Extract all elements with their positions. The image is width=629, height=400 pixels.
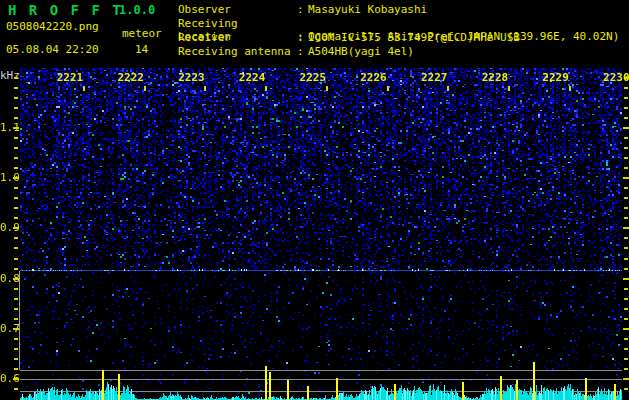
left-freq-tick — [14, 107, 18, 109]
left-freq-tick — [14, 308, 18, 310]
right-freq-tick — [624, 237, 628, 239]
app-title: H R O F F T — [8, 2, 123, 18]
right-freq-tick — [624, 207, 628, 209]
axis-border-line — [19, 271, 20, 370]
output-filename: 0508042220.png — [6, 20, 99, 33]
time-tick — [265, 86, 267, 91]
info-separator: : — [297, 45, 308, 58]
meteor-count: 14 — [135, 43, 148, 56]
left-freq-tick — [14, 167, 18, 169]
right-freq-tick — [624, 147, 628, 149]
right-freq-tick — [624, 298, 628, 300]
left-freq-tick — [14, 338, 18, 340]
freq-tick-label: 0.7 — [0, 322, 13, 335]
left-freq-tick — [14, 298, 18, 300]
right-freq-tick — [624, 117, 628, 119]
time-label: 2223 — [175, 71, 207, 84]
left-freq-tick — [14, 268, 18, 270]
info-separator: : — [297, 31, 308, 44]
freq-tick-label: 1.1 — [0, 121, 13, 134]
right-freq-tick — [624, 107, 628, 109]
time-tick — [447, 86, 449, 91]
info-label: Observer — [178, 3, 297, 16]
left-freq-tick — [14, 77, 18, 79]
right-freq-tick — [624, 308, 628, 310]
right-freq-tick — [624, 348, 628, 350]
time-tick — [83, 86, 85, 91]
freq-unit-label: kHz — [0, 69, 20, 82]
time-label: 2225 — [297, 71, 329, 84]
info-value: Masayuki Kobayashi — [308, 3, 427, 16]
info-separator: : — [297, 3, 308, 16]
info-value: ICOM IC-575 53.7492(@LCD)MHz USB — [308, 31, 520, 44]
right-freq-tick — [624, 268, 628, 270]
left-freq-tick — [14, 258, 18, 260]
time-tick — [387, 86, 389, 91]
right-freq-tick — [624, 388, 628, 390]
time-tick — [569, 86, 571, 91]
right-freq-tick — [623, 177, 629, 179]
left-freq-tick — [14, 187, 18, 189]
time-label: 2224 — [236, 71, 268, 84]
session-datetime: 05.08.04 22:20 — [6, 43, 99, 56]
time-tick — [326, 86, 328, 91]
info-row-receiving-location: Receiving Location:Ogata-vill. Akita-Pre… — [178, 17, 619, 31]
right-freq-tick — [624, 157, 628, 159]
time-label: 2226 — [358, 71, 390, 84]
left-freq-tick — [14, 358, 18, 360]
time-tick — [144, 86, 146, 91]
right-freq-tick — [623, 378, 629, 380]
right-freq-tick — [623, 227, 629, 229]
right-freq-tick — [623, 127, 629, 129]
time-label: 2227 — [418, 71, 450, 84]
left-freq-tick — [14, 217, 18, 219]
spectrogram-canvas — [20, 68, 622, 400]
freq-tick-label: 0.6 — [0, 372, 13, 385]
info-label: Receiving antenna — [178, 45, 297, 58]
time-tick — [204, 86, 206, 91]
right-freq-tick — [624, 87, 628, 89]
right-freq-tick — [623, 328, 629, 330]
info-row-receiving-antenna: Receiving antenna:A504HB(yagi 4el) — [178, 45, 414, 59]
right-freq-tick — [624, 247, 628, 249]
right-freq-tick — [624, 167, 628, 169]
right-freq-tick — [624, 358, 628, 360]
left-freq-tick — [14, 147, 18, 149]
left-freq-tick — [14, 247, 18, 249]
right-freq-tick — [624, 288, 628, 290]
right-freq-tick — [624, 97, 628, 99]
left-freq-tick — [14, 117, 18, 119]
right-freq-tick — [623, 278, 629, 280]
right-freq-tick — [624, 338, 628, 340]
freq-tick-label: 1.0 — [0, 171, 13, 184]
right-freq-tick — [624, 258, 628, 260]
left-freq-tick — [14, 157, 18, 159]
info-row-receiver: Receiver:ICOM IC-575 53.7492(@LCD)MHz US… — [178, 31, 520, 45]
app-version: 1.0.0 — [119, 3, 155, 17]
info-label: Receiver — [178, 31, 297, 44]
left-freq-tick — [14, 237, 18, 239]
mode-label: meteor — [122, 27, 162, 40]
left-freq-tick — [14, 368, 18, 370]
info-row-observer: Observer:Masayuki Kobayashi — [178, 3, 427, 17]
freq-tick-label: 0.9 — [0, 221, 13, 234]
left-freq-tick — [14, 348, 18, 350]
left-freq-tick — [14, 197, 18, 199]
time-label: 2228 — [479, 71, 511, 84]
right-freq-tick — [624, 137, 628, 139]
left-freq-tick — [14, 87, 18, 89]
right-freq-tick — [624, 318, 628, 320]
left-freq-tick — [14, 288, 18, 290]
time-label: 2222 — [115, 71, 147, 84]
freq-tick-label: 0.8 — [0, 272, 13, 285]
time-tick — [508, 86, 510, 91]
right-freq-tick — [624, 197, 628, 199]
right-freq-tick — [624, 187, 628, 189]
time-label: 2221 — [54, 71, 86, 84]
time-label: 2229 — [540, 71, 572, 84]
left-freq-tick — [14, 207, 18, 209]
right-freq-tick — [624, 217, 628, 219]
left-freq-tick — [14, 137, 18, 139]
time-label: 2230 — [600, 71, 629, 84]
info-value: A504HB(yagi 4el) — [308, 45, 414, 58]
